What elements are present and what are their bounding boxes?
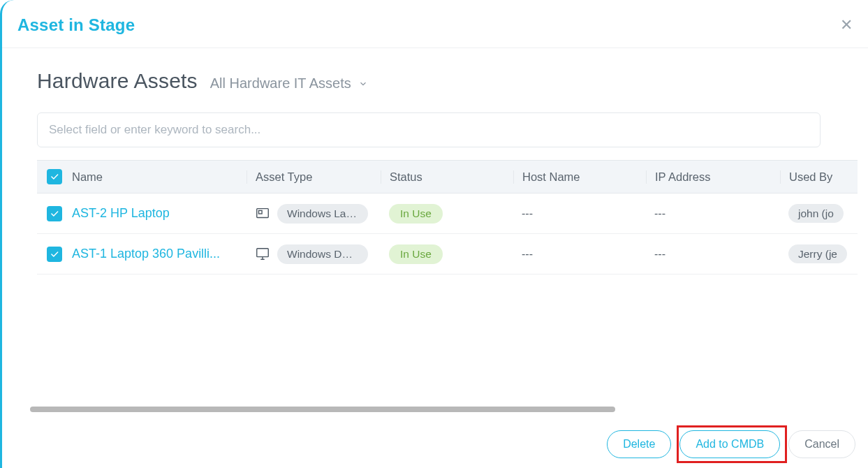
chevron-down-icon	[358, 79, 368, 89]
row-checkbox[interactable]	[47, 247, 62, 262]
table-row: AST-1 Laptop 360 Pavilli... Windows Des.…	[37, 234, 858, 275]
asset-type-cell: Windows Des...	[255, 244, 381, 264]
asset-name-link[interactable]: AST-2 HP Laptop	[72, 206, 240, 221]
laptop-icon	[255, 206, 270, 221]
select-all-checkbox[interactable]	[47, 169, 62, 184]
asset-name-link[interactable]: AST-1 Laptop 360 Pavilli...	[72, 247, 240, 261]
ip-address-value: ---	[646, 207, 780, 220]
ip-address-value: ---	[646, 248, 780, 261]
filter-dropdown[interactable]: All Hardware IT Assets	[210, 75, 368, 92]
close-icon[interactable]: ✕	[840, 17, 853, 33]
modal-title: Asset in Stage	[17, 15, 135, 35]
cancel-button[interactable]: Cancel	[788, 430, 855, 458]
svg-rect-2	[257, 248, 269, 256]
asset-table: Name Asset Type Status Host Name IP Addr…	[37, 160, 858, 275]
row-checkbox[interactable]	[47, 206, 62, 221]
table-row: AST-2 HP Laptop Windows Lap... In Use --…	[37, 193, 858, 234]
host-name-value: ---	[513, 248, 646, 261]
column-header-used-by[interactable]: Used By	[780, 170, 858, 184]
status-badge: In Use	[389, 204, 443, 224]
column-header-asset-type[interactable]: Asset Type	[247, 170, 381, 184]
asset-type-cell: Windows Lap...	[255, 204, 381, 224]
desktop-icon	[255, 247, 270, 262]
column-header-host-name[interactable]: Host Name	[513, 170, 646, 184]
page-title: Hardware Assets	[37, 69, 198, 93]
modal-header: Asset in Stage ✕	[2, 0, 868, 48]
column-header-status[interactable]: Status	[381, 170, 513, 184]
status-badge: In Use	[389, 244, 443, 264]
used-by-pill: john (jo	[788, 204, 844, 223]
horizontal-scrollbar[interactable]	[30, 407, 615, 412]
modal-footer: Delete Add to CMDB Cancel	[2, 421, 868, 468]
filter-label: All Hardware IT Assets	[210, 75, 351, 92]
asset-type-pill: Windows Lap...	[277, 204, 368, 224]
content-area: Hardware Assets All Hardware IT Assets N…	[2, 48, 868, 275]
svg-rect-1	[259, 210, 263, 214]
host-name-value: ---	[513, 207, 646, 220]
table-header-row: Name Asset Type Status Host Name IP Addr…	[37, 160, 858, 193]
page-header: Hardware Assets All Hardware IT Assets	[37, 69, 868, 93]
delete-button[interactable]: Delete	[607, 430, 671, 458]
add-to-cmdb-button[interactable]: Add to CMDB	[679, 430, 780, 458]
column-header-ip-address[interactable]: IP Address	[646, 170, 780, 184]
search-input[interactable]	[37, 112, 821, 147]
used-by-pill: Jerry (je	[788, 244, 847, 263]
asset-type-pill: Windows Des...	[277, 244, 368, 264]
column-header-name[interactable]: Name	[72, 170, 247, 184]
